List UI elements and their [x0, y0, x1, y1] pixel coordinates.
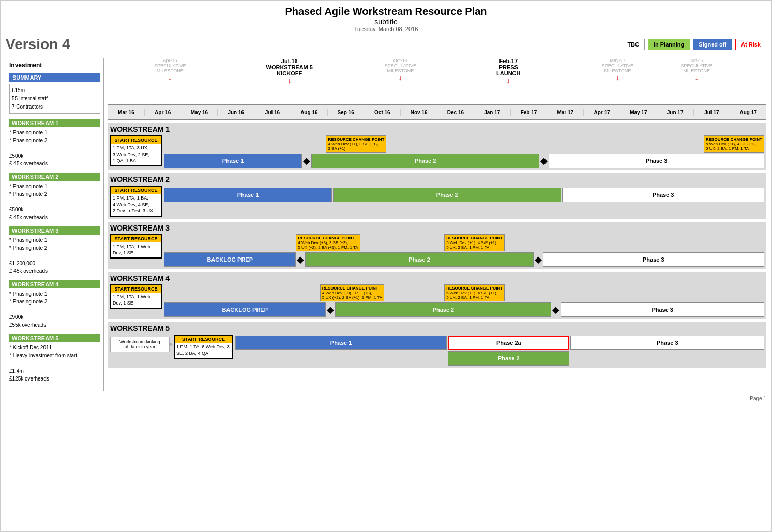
ws1-sr-text: 1 PM, 1TA, 3 UX,3 Web Dev, 2 SE,1 QA, 1 …: [111, 144, 161, 165]
ws5-sr-text: 1 PM, 1 TA, 6 Web Dev, 3SE, 2 BA, 4 QA: [175, 343, 232, 358]
ws1-rcp2-label: RESOURCE CHANGE POINT: [706, 137, 762, 142]
ws5-title: WORKSTREAM 5: [110, 324, 764, 332]
month-jul16: Jul 16: [254, 109, 291, 116]
ws1-phases-row: Phase 1 ◆ Phase 2 ◆ Phase 3: [164, 154, 764, 168]
ws2-title: WORKSTREAM 2: [110, 175, 764, 184]
ws-card-1: WORKSTREAM 1 * Phasing note 1* Phasing n…: [9, 119, 100, 168]
ws3-diamond1: ◆: [297, 254, 304, 265]
workstream-section-3: WORKSTREAM 3 START RESOURCE 1 PM, 1TA, 1…: [108, 222, 766, 269]
month-nov16: Nov 16: [401, 109, 437, 116]
ws3-body: * Phasing note 1* Phasing note 2£1,200,0…: [9, 236, 100, 275]
month-mar16: Mar 16: [108, 109, 145, 116]
version-label: Version 4: [6, 36, 70, 53]
ws5-note: Workstream kickingoff later in year: [110, 337, 170, 352]
ws4-phases-container: RESOURCE CHANGE POINT 4 Web Dev (+3), 3 …: [164, 284, 764, 317]
milestone-area: Apr-16SPECULATIVEMILESTONE↓ Jul-16WORKST…: [108, 58, 766, 104]
ws1-body-gantt: START RESOURCE 1 PM, 1TA, 3 UX,3 Web Dev…: [110, 135, 764, 168]
ws4-rcp2-box: RESOURCE CHANGE POINT 5 Web Dev (+1), 4 …: [444, 284, 505, 301]
ws4-rcp2-content: RESOURCE CHANGE POINT 5 Web Dev (+1), 4 …: [444, 284, 505, 301]
ws3-rcp2-content: RESOURCE CHANGE POINT 5 Web Dev (+1), 4 …: [444, 234, 505, 251]
month-dec16: Dec 16: [437, 109, 474, 116]
page: Phased Agile Workstream Resource Plan su…: [0, 0, 772, 532]
ws2-sr-label: START RESOURCE: [111, 187, 161, 194]
ws3-sr-label: START RESOURCE: [111, 235, 161, 242]
ws4-rcp1-content: RESOURCE CHANGE POINT 4 Web Dev (+3), 3 …: [320, 284, 384, 301]
workstream-section-4: WORKSTREAM 4 START RESOURCE 1 PM, 1TA, 1…: [108, 272, 766, 319]
ws4-rcp2-label: RESOURCE CHANGE POINT: [446, 286, 503, 291]
ws4-diamond1: ◆: [327, 304, 334, 315]
ws1-rcp2-content: RESOURCE CHANGE POINT 5 Web Dev (+1), 4 …: [704, 135, 764, 153]
ws1-rcp1-label: RESOURCE CHANGE POINT: [328, 137, 384, 142]
ws1-rcp2-box: RESOURCE CHANGE POINT 5 Web Dev (+1), 4 …: [704, 135, 764, 153]
month-oct16: Oct 16: [364, 109, 401, 116]
ws4-start-resource: START RESOURCE 1 PM, 1TA, 1 WebDev, 1 SE: [110, 284, 162, 309]
ws4-title: WORKSTREAM 4: [110, 274, 764, 282]
ws5-bottom-phases: Phase 2: [235, 351, 764, 366]
sidebar-title: Investment: [9, 62, 100, 69]
months-bar: Mar 16 Apr 16 May 16 Jun 16 Jul 16 Aug 1…: [108, 104, 766, 120]
month-jul17: Jul 17: [694, 109, 731, 116]
milestone-oct16: Oct-16SPECULATIVEMILESTONE↓: [385, 58, 416, 82]
ws1-rcp-row: RESOURCE CHANGE POINT 4 Web Dev (+1), 3 …: [164, 135, 764, 153]
ws5-phase2a: Phase 2a: [448, 336, 569, 350]
ws3-start-resource: START RESOURCE 1 PM, 1TA, 1 WebDev, 1 SE: [110, 234, 162, 259]
ws2-sr-text: 1 PM, 1TA, 1 BA,4 Web Dev, 4 SE,2 Dev-in…: [111, 194, 161, 216]
ws3-phase3: Phase 3: [543, 252, 764, 267]
ws3-phases-container: RESOURCE CHANGE POINT 4 Web Dev (+3), 3 …: [164, 234, 764, 267]
ws3-phases-row: BACKLOG PREP ◆ Phase 2 ◆ Phase 3: [164, 252, 764, 267]
ws1-start-resource: START RESOURCE 1 PM, 1TA, 3 UX,3 Web Dev…: [110, 135, 162, 166]
ws5-top-phases: Phase 1 Phase 2a Phase 3: [235, 336, 764, 350]
ws2-body: * Phasing note 1* Phasing note 2£500k£ 4…: [9, 183, 100, 221]
ws1-body: * Phasing note 1* Phasing note 2£500k£ 4…: [9, 129, 100, 168]
ws1-diamond1: ◆: [303, 155, 310, 166]
ws4-rcp1-box: RESOURCE CHANGE POINT 4 Web Dev (+3), 3 …: [320, 284, 384, 301]
ws4-header: WORKSTREAM 4: [9, 280, 100, 288]
ws5-sr-label: START RESOURCE: [175, 336, 232, 343]
month-feb17: Feb 17: [511, 109, 548, 116]
ws2-phases-row: Phase 1 Phase 2 Phase 3: [164, 186, 764, 202]
milestone-may17: May-17SPECULATIVEMILESTONE↓: [602, 58, 633, 82]
ws1-rcp1-content: RESOURCE CHANGE POINT 4 Web Dev (+1), 3 …: [326, 135, 386, 153]
ws4-sr-label: START RESOURCE: [111, 285, 161, 293]
ws5-phase1: Phase 1: [235, 336, 447, 350]
ws5-body: * Kickoff Dec 2011* Heavy investment fro…: [9, 344, 100, 383]
legend-badges: TBC In Planning Signed off At Risk: [622, 39, 766, 50]
ws2-header: WORKSTREAM 2: [9, 173, 100, 181]
ws3-sr-text: 1 PM, 1TA, 1 WebDev, 1 SE: [111, 242, 161, 257]
milestone-apr16: Apr-16SPECULATIVEMILESTONE↓: [154, 58, 186, 82]
ws-card-2: WORKSTREAM 2 * Phasing note 1* Phasing n…: [9, 173, 100, 221]
month-aug16: Aug 16: [291, 109, 328, 116]
ws5-start-resource: START RESOURCE 1 PM, 1 TA, 6 Web Dev, 3S…: [174, 335, 233, 359]
workstream-section-1: WORKSTREAM 1 START RESOURCE 1 PM, 1TA, 3…: [108, 123, 766, 170]
ws4-body: * Phasing note 1* Phasing note 2£900k£55…: [9, 290, 100, 329]
month-aug17: Aug 17: [730, 109, 766, 116]
ws3-phase2: Phase 2: [305, 252, 533, 267]
page-number: Page 1: [6, 396, 766, 401]
ws1-sr-label: START RESOURCE: [111, 136, 161, 144]
month-mar17: Mar 17: [547, 109, 584, 116]
ws5-body-gantt: Workstream kickingoff later in year STAR…: [110, 335, 764, 366]
month-jan17: Jan 17: [474, 109, 511, 116]
ws4-rcp2-text: 5 Web Dev (+1), 4 S/E (+1),5 UX, 2 BA, 1…: [446, 291, 503, 300]
sidebar: Investment SUMMARY £15m55 Internal staff…: [6, 58, 104, 391]
milestone-feb17: Feb-17PRESSLAUNCH↓: [496, 58, 520, 85]
ws-card-3: WORKSTREAM 3 * Phasing note 1* Phasing n…: [9, 226, 100, 275]
ws4-rcp1-text: 4 Web Dev (+3), 3 SE (+3),5 UX (+2), 2 B…: [322, 291, 382, 300]
ws4-rcp-row: RESOURCE CHANGE POINT 4 Web Dev (+3), 3 …: [164, 284, 764, 301]
workstream-section-2: WORKSTREAM 2 START RESOURCE 1 PM, 1TA, 1…: [108, 173, 766, 219]
ws-card-4: WORKSTREAM 4 * Phasing note 1* Phasing n…: [9, 280, 100, 329]
ws4-phases-row: BACKLOG PREP ◆ Phase 2 ◆ Phase 3: [164, 302, 764, 317]
gantt-area: Apr-16SPECULATIVEMILESTONE↓ Jul-16WORKST…: [108, 58, 766, 391]
ws1-header: WORKSTREAM 1: [9, 119, 100, 127]
summary-detail: £15m55 Internal staff7 Contractors: [9, 84, 100, 114]
workstream-section-5: WORKSTREAM 5 Workstream kickingoff later…: [108, 322, 766, 368]
ws5-header: WORKSTREAM 5: [9, 334, 100, 342]
ws1-phase3: Phase 3: [549, 154, 764, 168]
ws1-diamond2: ◆: [540, 155, 548, 166]
ws3-rcp2-text: 5 Web Dev (+1), 4 S/E (+1),5 UX, 2 BA, 1…: [446, 240, 503, 250]
month-apr17: Apr 17: [584, 109, 620, 116]
month-jun16: Jun 16: [218, 109, 254, 116]
page-title: Phased Agile Workstream Resource Plan: [6, 6, 766, 18]
ws1-phase1: Phase 1: [164, 154, 302, 168]
ws5-note-arrow: [169, 342, 173, 347]
